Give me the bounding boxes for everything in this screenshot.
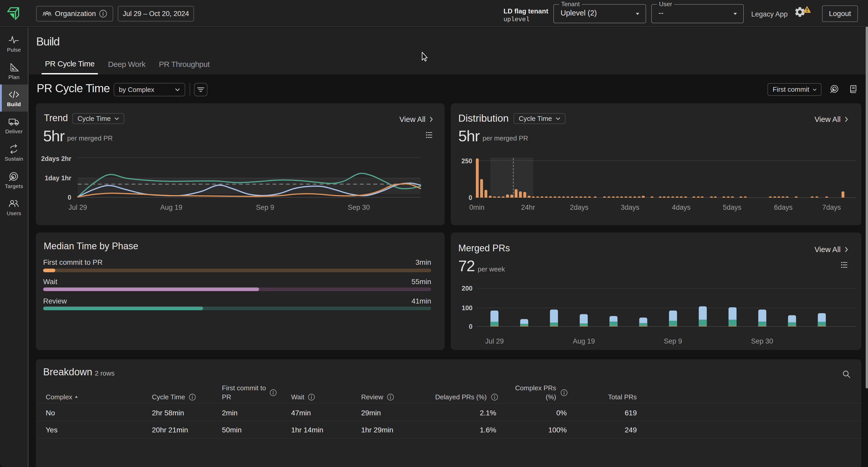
- svg-text:Sep 9: Sep 9: [256, 204, 274, 211]
- svg-text:2days 2hr: 2days 2hr: [41, 155, 71, 162]
- svg-text:0: 0: [469, 323, 472, 330]
- svg-text:3days: 3days: [621, 204, 640, 211]
- svg-text:24hr: 24hr: [521, 204, 535, 211]
- svg-text:0min: 0min: [469, 204, 485, 211]
- svg-text:Jul 29: Jul 29: [68, 204, 87, 211]
- svg-text:5days: 5days: [723, 204, 741, 211]
- svg-text:Jul 29: Jul 29: [485, 337, 504, 345]
- svg-text:0: 0: [68, 194, 71, 201]
- svg-text:Aug 19: Aug 19: [160, 204, 182, 211]
- svg-text:Aug 19: Aug 19: [573, 337, 595, 345]
- svg-text:Sep 30: Sep 30: [751, 337, 773, 345]
- svg-text:250: 250: [461, 157, 472, 164]
- svg-text:Sep 30: Sep 30: [348, 204, 370, 211]
- svg-text:2days: 2days: [570, 204, 588, 211]
- svg-text:200: 200: [462, 285, 472, 292]
- svg-text:100: 100: [462, 304, 472, 312]
- svg-text:4days: 4days: [672, 204, 690, 211]
- svg-text:7days: 7days: [822, 204, 841, 211]
- svg-text:6days: 6days: [774, 204, 793, 211]
- svg-text:Sep 9: Sep 9: [664, 337, 682, 345]
- svg-text:0: 0: [469, 194, 472, 201]
- svg-text:1day 1hr: 1day 1hr: [45, 174, 71, 182]
